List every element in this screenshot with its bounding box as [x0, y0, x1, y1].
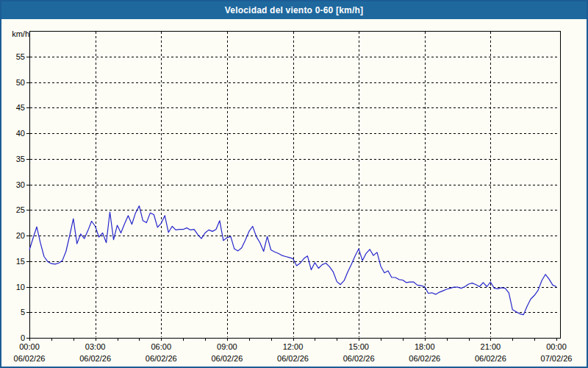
x-axis-time-label: 00:00	[19, 342, 40, 351]
x-axis-time-label: 18:00	[415, 342, 435, 351]
y-axis-labels: 0510152025303540455055	[16, 52, 25, 342]
y-axis-tick-label: 0	[21, 333, 25, 342]
x-axis-time-label: 12:00	[283, 342, 304, 351]
x-axis-date-label: 06/02/26	[409, 354, 440, 363]
y-axis-tick-label: 40	[16, 129, 25, 138]
y-axis-tick-label: 20	[16, 231, 25, 240]
x-axis-labels: 00:0006/02/2603:0006/02/2606:0006/02/260…	[14, 342, 573, 363]
y-axis-tick-label: 30	[16, 180, 25, 189]
x-axis-date-label: 06/02/26	[277, 354, 309, 363]
title-bar: Velocidad del viento 0-60 [km/h]	[1, 1, 587, 19]
page-title: Velocidad del viento 0-60 [km/h]	[225, 5, 363, 15]
x-axis-time-label: 03:00	[85, 342, 106, 351]
x-axis-date-label: 06/02/26	[146, 354, 177, 363]
x-axis-date-label: 06/02/26	[211, 354, 243, 363]
y-axis-tick-label: 15	[16, 257, 25, 266]
x-axis-date-label: 06/02/26	[79, 354, 111, 363]
x-axis-time-label: 09:00	[217, 342, 237, 351]
axis-ticks	[26, 57, 557, 341]
unit-label: km/h	[12, 29, 29, 38]
y-axis-tick-label: 55	[16, 52, 25, 61]
x-axis-date-label: 06/02/26	[475, 354, 506, 363]
y-axis-tick-label: 45	[16, 103, 25, 112]
x-axis-date-label: 06/02/26	[343, 354, 375, 363]
x-axis-time-label: 15:00	[348, 342, 369, 351]
x-axis-date-label: 07/02/26	[541, 354, 573, 363]
x-axis-date-label: 06/02/26	[14, 354, 46, 363]
y-axis-tick-label: 5	[21, 308, 25, 316]
chart-window: Velocidad del viento 0-60 [km/h] 0510152…	[0, 0, 588, 368]
x-axis-time-label: 21:00	[481, 342, 501, 351]
grid-lines	[30, 32, 559, 337]
y-axis-tick-label: 10	[16, 283, 25, 291]
y-axis-tick-label: 50	[16, 78, 25, 87]
y-axis-tick-label: 25	[16, 205, 25, 214]
x-axis-time-label: 00:00	[546, 342, 567, 351]
y-axis-tick-label: 35	[16, 155, 25, 163]
x-axis-time-label: 06:00	[151, 342, 171, 351]
wind-speed-chart: 0510152025303540455055km/h00:0006/02/260…	[1, 19, 587, 367]
